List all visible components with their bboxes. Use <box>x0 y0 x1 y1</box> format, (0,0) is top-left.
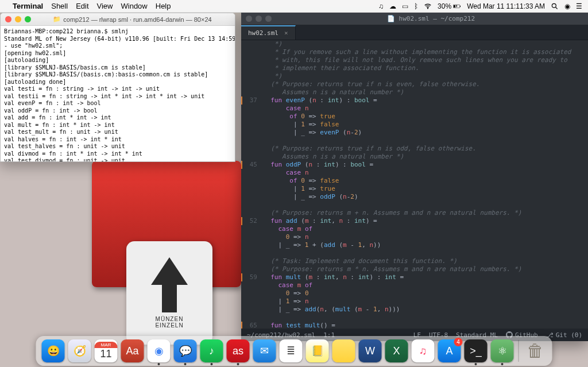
svg-rect-2 <box>454 5 455 7</box>
code-line[interactable]: 33 * implement their associated function… <box>241 64 588 72</box>
code-line[interactable]: 34 *) <box>241 72 588 80</box>
code-line[interactable]: 36 Assumes n is a natural number *) <box>241 88 588 96</box>
minimize-button[interactable] <box>256 16 262 22</box>
code-line[interactable]: 48 | 1 => true <box>241 185 588 193</box>
terminal-content[interactable]: Briannas-MBP:comp212 brianna.$ smlnj Sta… <box>1 26 235 161</box>
notification-center-icon[interactable]: ☰ <box>576 2 582 10</box>
dock-app-stickies[interactable] <box>332 339 355 362</box>
code-line[interactable]: 41 | _ => evenP (n-2) <box>241 129 588 137</box>
menubar: Terminal ShellEditViewWindowHelp ♫ ☁ ▭ ᛒ… <box>0 0 588 13</box>
code-line[interactable]: 32 * with, this file will not load. Only… <box>241 56 588 64</box>
code-line[interactable]: 57 (* Task: Implement and document this … <box>241 257 588 265</box>
dock-app-word[interactable]: W <box>359 339 382 362</box>
bluetooth-icon[interactable]: ᛒ <box>414 2 418 10</box>
display-status-icon[interactable]: ▭ <box>402 2 408 10</box>
code-line[interactable]: 49 | _ => oddP (n-2) <box>241 193 588 201</box>
terminal-window[interactable]: 📁comp212 — rlwrap sml ∙ run.amd64-darwin… <box>0 13 235 162</box>
dock-app-atom[interactable]: ⚛ <box>491 339 514 362</box>
code-line[interactable]: 39 of 0 => true <box>241 113 588 121</box>
code-line[interactable]: 61 0 => 0 <box>241 289 588 298</box>
editor-code-area[interactable]: 30 *)31 * If you remove such a line with… <box>241 40 588 329</box>
dock-app-messages[interactable]: 💬 <box>174 339 197 362</box>
dock-app-notes[interactable]: 📒 <box>306 339 329 362</box>
dock: 😀🧭MAR11Aa◉💬♪as✉≣📒WX♫A4>_⚛🗑 <box>36 336 552 366</box>
editor-tabbar: hw02.sml × <box>241 25 588 40</box>
code-line[interactable]: 42 <box>241 137 588 145</box>
terminal-titlebar[interactable]: 📁comp212 — rlwrap sml ∙ run.amd64-darwin… <box>1 13 235 26</box>
cloud-status-icon[interactable]: ☁ <box>389 2 396 10</box>
code-line[interactable]: 38 case n <box>241 105 588 113</box>
minimize-button[interactable] <box>15 16 21 22</box>
dock-app-excel[interactable]: X <box>385 339 408 362</box>
svg-rect-3 <box>460 5 461 6</box>
code-line[interactable]: 65 fun test_mult() = <box>241 322 588 329</box>
code-line[interactable]: 35 (* Purpose: returns true if n is even… <box>241 80 588 88</box>
code-line[interactable]: 46 case n <box>241 169 588 177</box>
editor-window-title: hw02.sml — ~/comp212 <box>399 15 475 22</box>
dock-app-finder[interactable]: 😀 <box>42 339 65 362</box>
dock-app-terminal[interactable]: >_ <box>465 339 488 362</box>
code-line[interactable]: 56 <box>241 249 588 257</box>
tab-label: hw02.sml <box>248 29 278 37</box>
battery-status[interactable]: 30% <box>438 2 461 10</box>
close-button[interactable] <box>246 16 252 22</box>
close-button[interactable] <box>5 16 11 22</box>
menu-help[interactable]: Help <box>156 2 171 10</box>
svg-point-0 <box>428 7 428 8</box>
status-git[interactable]: ⎇ Git (0) <box>546 331 582 339</box>
code-line[interactable]: 43 (* Purpose: returns true if n is odd,… <box>241 145 588 153</box>
code-line[interactable]: 40 | 1 => false <box>241 121 588 129</box>
code-line[interactable]: 37 fun evenP (n : int) : bool = <box>241 96 588 105</box>
svg-line-5 <box>556 7 558 9</box>
app-menu-name[interactable]: Terminal <box>13 2 43 10</box>
dock-app-lastfm[interactable]: as <box>227 339 250 362</box>
zoom-button[interactable] <box>25 16 31 22</box>
menu-shell[interactable]: Shell <box>51 2 68 10</box>
editor-window[interactable]: 📄 hw02.sml — ~/comp212 hw02.sml × 30 *)3… <box>241 13 588 341</box>
code-line[interactable]: 58 (* Purpose: returns m * n. Assumes m … <box>241 265 588 273</box>
zoom-button[interactable] <box>265 16 272 22</box>
menu-window[interactable]: Window <box>121 2 148 10</box>
code-line[interactable]: 59 fun mult (m : int, n : int) : int = <box>241 273 588 281</box>
spotlight-icon[interactable] <box>551 2 559 10</box>
code-line[interactable]: 55 | _ => 1 + (add (m - 1, n)) <box>241 241 588 249</box>
siri-icon[interactable]: ◉ <box>564 2 570 10</box>
code-line[interactable]: 45 fun oddP (n : int) : bool = <box>241 161 588 169</box>
dock-app-reminders[interactable]: ≣ <box>280 339 303 362</box>
dock-app-appstore[interactable]: A4 <box>438 339 461 362</box>
code-line[interactable]: 63 | _ => add(n, (mult (m - 1, n))) <box>241 306 588 314</box>
code-line[interactable]: 60 case m of <box>241 281 588 289</box>
code-line[interactable]: 44 Assumes n is a natural number *) <box>241 153 588 161</box>
dock-app-spotify[interactable]: ♪ <box>200 339 223 362</box>
dock-app-dictionary[interactable]: Aa <box>121 339 144 362</box>
clock[interactable]: Wed Mar 11 11:11:33 AM <box>467 2 545 10</box>
menu-edit[interactable]: Edit <box>76 2 88 10</box>
code-line[interactable]: 62 | 1 => n <box>241 298 588 306</box>
code-line[interactable]: 50 <box>241 201 588 209</box>
svg-point-4 <box>552 3 556 7</box>
tab-hw02[interactable]: hw02.sml × <box>241 25 296 40</box>
file-icon: 📄 <box>387 15 395 22</box>
dock-app-safari[interactable]: 🧭 <box>68 339 91 362</box>
code-line[interactable]: 30 *) <box>241 40 588 48</box>
lastfm-status-icon[interactable]: ♫ <box>378 2 384 10</box>
dock-trash[interactable]: 🗑 <box>524 339 547 362</box>
editor-titlebar[interactable]: 📄 hw02.sml — ~/comp212 <box>241 13 588 25</box>
code-line[interactable]: 51 (* Purpose: returns m + n. Assumes m … <box>241 209 588 217</box>
menu-view[interactable]: View <box>97 2 113 10</box>
dock-app-chrome[interactable]: ◉ <box>148 339 171 362</box>
folder-icon: 📁 <box>53 16 61 23</box>
code-line[interactable]: 31 * If you remove such a line without i… <box>241 48 588 56</box>
code-line[interactable]: 52 fun add (m : int, n : int) = <box>241 217 588 225</box>
dock-app-music[interactable]: ♫ <box>412 339 435 362</box>
dock-app-mail[interactable]: ✉ <box>253 339 276 362</box>
tab-close-icon[interactable]: × <box>284 29 288 37</box>
terminal-title: comp212 — rlwrap sml ∙ run.amd64-darwin … <box>63 16 211 23</box>
code-line[interactable]: 54 0 => n <box>241 233 588 241</box>
wifi-icon[interactable] <box>424 2 432 10</box>
code-line[interactable]: 64 <box>241 314 588 322</box>
code-line[interactable]: 47 of 0 => false <box>241 177 588 185</box>
code-line[interactable]: 53 case m of <box>241 225 588 233</box>
dock-app-calendar[interactable]: MAR11 <box>95 339 118 362</box>
